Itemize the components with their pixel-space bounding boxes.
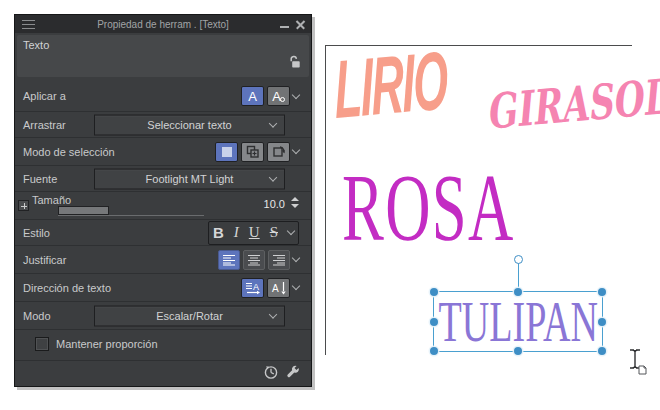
transform-selection-button[interactable]: [267, 142, 290, 162]
align-right-button[interactable]: [268, 250, 290, 270]
style-button-group: B I U S: [208, 221, 299, 245]
close-button[interactable]: [296, 20, 305, 29]
panel-titlebar[interactable]: Propiedad de herram . [Texto]: [15, 15, 311, 33]
reset-tool-button[interactable]: [263, 364, 279, 384]
underline-button[interactable]: U: [249, 225, 260, 240]
canvas-text-girasol[interactable]: GIRASOL: [484, 72, 660, 136]
tool-name-box: Texto: [17, 35, 309, 77]
vertical-text-icon: A: [271, 281, 287, 295]
direccion-label: Dirección de texto: [23, 282, 111, 294]
modo-seleccion-label: Modo de selección: [23, 146, 115, 158]
row-aplicar-a: Aplicar a A A: [15, 81, 311, 111]
row-mantener-proporcion: Mantener proporción: [15, 329, 311, 357]
selection-handle-ne[interactable]: [598, 288, 606, 296]
arrastrar-value: Seleccionar texto: [147, 119, 231, 131]
horizontal-text-icon: A: [245, 281, 261, 295]
panel-bottom-bar: [15, 360, 311, 386]
strikethrough-button[interactable]: S: [270, 225, 278, 240]
chevron-down-icon[interactable]: [292, 254, 300, 262]
align-center-button[interactable]: [243, 250, 265, 270]
fuente-select[interactable]: Footlight MT Light: [94, 168, 285, 189]
justificar-label: Justificar: [23, 254, 66, 266]
svg-text:A: A: [272, 283, 279, 294]
canvas-text-lirio[interactable]: LIRIO: [334, 39, 448, 131]
align-center-icon: [247, 254, 261, 266]
rotate-square-icon: [272, 145, 286, 158]
selection-handle-nw[interactable]: [430, 288, 438, 296]
canvas-text-tulipan[interactable]: TULIPAN: [438, 294, 597, 350]
reset-clock-icon: [263, 364, 279, 380]
apply-to-text-button[interactable]: A: [241, 86, 264, 106]
text-cursor: [628, 348, 648, 380]
modo-value: Escalar/Rotar: [156, 310, 223, 322]
expand-icon[interactable]: [18, 200, 29, 211]
tool-name-label: Texto: [23, 39, 49, 51]
page-glyph-icon: [639, 366, 646, 374]
row-direccion-de-texto: Dirección de texto A A: [15, 273, 311, 301]
tamano-label: Tamaño: [32, 194, 71, 206]
modo-select[interactable]: Escalar/Rotar: [94, 305, 285, 326]
size-slider[interactable]: [58, 207, 204, 216]
text-horizontal-button[interactable]: A: [241, 278, 264, 298]
arrastrar-label: Arrastrar: [23, 119, 66, 131]
size-value[interactable]: 10.0: [264, 198, 285, 210]
mantener-proporcion-checkbox[interactable]: [35, 337, 49, 351]
canvas-text-rosa[interactable]: ROSA: [342, 161, 515, 256]
size-stepper[interactable]: [291, 197, 299, 208]
row-estilo: Estilo B I U S: [15, 219, 311, 245]
mantener-proporcion-label: Mantener proporción: [56, 338, 158, 350]
size-slider-fill: [58, 206, 109, 215]
aplicar-a-label: Aplicar a: [23, 90, 66, 102]
square-icon: [221, 146, 233, 158]
row-modo: Modo Escalar/Rotar: [15, 301, 311, 329]
canvas-border-left: [325, 45, 326, 355]
row-tamano: Tamaño 10.0: [15, 191, 311, 219]
new-selection-button[interactable]: [215, 142, 238, 162]
row-fuente: Fuente Footlight MT Light: [15, 165, 311, 191]
lock-icon[interactable]: [287, 55, 301, 73]
chevron-down-icon[interactable]: [292, 282, 300, 290]
row-modo-seleccion: Modo de selección: [15, 137, 311, 165]
align-left-button[interactable]: [218, 250, 240, 270]
fuente-value: Footlight MT Light: [146, 173, 234, 185]
selection-handle-se[interactable]: [598, 347, 606, 355]
chevron-down-icon: [269, 310, 277, 318]
selection-handle-e[interactable]: [598, 318, 606, 326]
text-vertical-button[interactable]: A: [267, 278, 290, 298]
selection-handle-w[interactable]: [430, 318, 438, 326]
chevron-down-icon[interactable]: [292, 90, 300, 98]
arrastrar-select[interactable]: Seleccionar texto: [94, 114, 285, 135]
chevron-down-icon[interactable]: [292, 146, 300, 154]
panel-title: Propiedad de herram . [Texto]: [15, 19, 311, 30]
chevron-down-icon: [269, 119, 277, 127]
modo-label: Modo: [23, 310, 51, 322]
selection-handle-s[interactable]: [514, 347, 522, 355]
row-justificar: Justificar: [15, 245, 311, 273]
italic-button[interactable]: I: [234, 225, 239, 240]
spin-down-icon: [291, 204, 299, 208]
apply-to-object-button[interactable]: A: [267, 86, 290, 106]
chevron-down-icon[interactable]: [287, 227, 295, 235]
align-left-icon: [222, 254, 236, 266]
row-arrastrar: Arrastrar Seleccionar texto: [15, 111, 311, 137]
spin-up-icon: [291, 197, 299, 201]
minimize-button[interactable]: [280, 26, 289, 28]
svg-text:A: A: [253, 282, 259, 292]
selection-handle-n[interactable]: [514, 288, 522, 296]
object-ring-icon: [280, 97, 285, 102]
align-right-icon: [272, 254, 286, 266]
add-selection-button[interactable]: [241, 142, 264, 162]
wrench-icon[interactable]: [285, 364, 301, 384]
fuente-label: Fuente: [23, 173, 57, 185]
estilo-label: Estilo: [23, 227, 50, 239]
tool-property-panel: Propiedad de herram . [Texto] Texto Apli…: [14, 14, 312, 387]
rotation-handle[interactable]: [514, 255, 523, 264]
selection-handle-sw[interactable]: [430, 347, 438, 355]
bold-button[interactable]: B: [213, 225, 224, 240]
chevron-down-icon: [269, 173, 277, 181]
duplicate-plus-icon: [246, 145, 260, 158]
text-selection-box[interactable]: TULIPAN: [433, 291, 603, 352]
